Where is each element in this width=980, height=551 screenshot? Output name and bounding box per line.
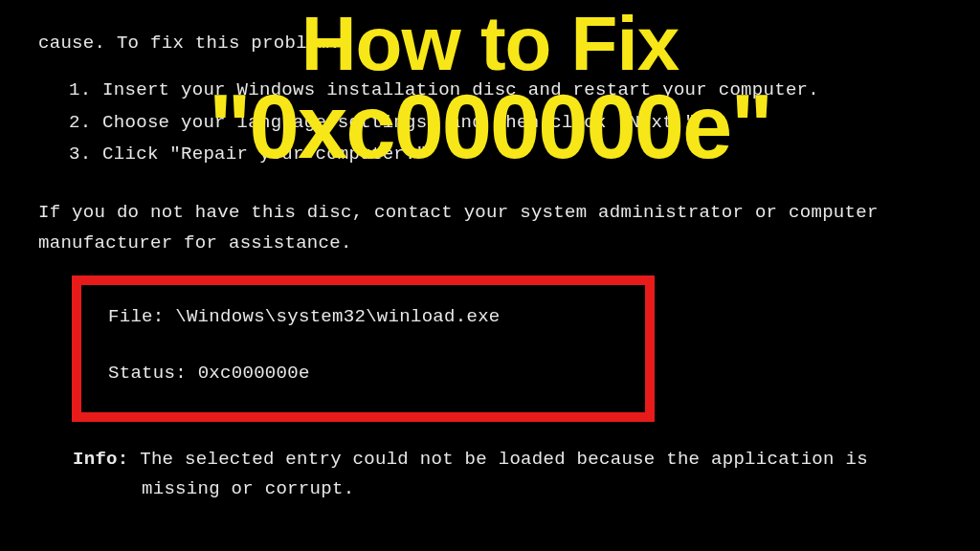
no-disk-line2: manufacturer for assistance. [38, 229, 942, 258]
file-line: File: \Windows\system32\winload.exe [108, 302, 618, 332]
info-text-1: The selected entry could not be loaded b… [140, 449, 868, 470]
info-line1: Info: The selected entry could not be lo… [73, 445, 942, 474]
info-line2: missing or corrupt. [142, 474, 942, 504]
status-value: 0xc000000e [198, 363, 310, 384]
status-label: Status: [108, 363, 187, 384]
step-2: 2. Choose your language settings, and th… [69, 108, 942, 138]
intro-text: cause. To fix this problem: [38, 29, 942, 58]
no-disk-line1: If you do not have this disc, contact yo… [38, 198, 942, 228]
info-label: Info: [73, 449, 129, 470]
status-line: Status: 0xc000000e [108, 359, 618, 388]
fix-steps: 1. Insert your Windows installation disc… [69, 76, 942, 169]
file-label: File: [108, 306, 165, 327]
step-1: 1. Insert your Windows installation disc… [69, 76, 942, 105]
no-disk-message: If you do not have this disc, contact yo… [38, 198, 942, 258]
step-3: 3. Click "Repair your computer." [69, 140, 942, 169]
info-section: Info: The selected entry could not be lo… [73, 445, 942, 505]
file-value: \Windows\system32\winload.exe [175, 306, 500, 327]
error-highlight-box: File: \Windows\system32\winload.exe Stat… [72, 276, 655, 422]
boot-error-screen: cause. To fix this problem: 1. Insert yo… [0, 0, 980, 533]
